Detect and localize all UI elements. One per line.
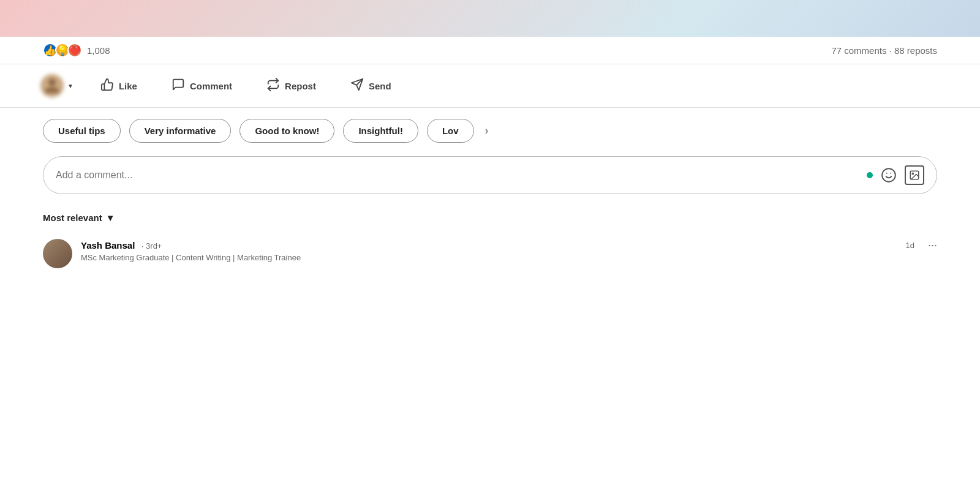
image-button[interactable] <box>905 165 924 185</box>
quick-reaction-insightful[interactable]: Insightful! <box>343 119 418 143</box>
comment-more-button[interactable]: ··· <box>928 239 937 252</box>
action-bar: ▼ Like Comment Repost <box>0 64 980 108</box>
love-reaction-icon: ❤️ <box>67 43 82 58</box>
comment-input[interactable] <box>56 170 861 181</box>
svg-point-6 <box>912 173 913 174</box>
like-icon <box>100 78 114 94</box>
emoji-button[interactable] <box>879 165 899 185</box>
comment-label: Comment <box>190 81 232 91</box>
reactions-right: 77 comments · 88 reposts <box>831 45 937 56</box>
reposts-count[interactable]: 88 reposts <box>894 45 937 56</box>
sort-section: Most relevant ▼ <box>0 206 980 233</box>
commenter-badge: · 3rd+ <box>141 241 162 251</box>
reactions-left: 👍 💡 ❤️ 1,008 <box>43 43 110 58</box>
comment-input-area[interactable] <box>43 156 937 194</box>
comment-info: Yash Bansal · 3rd+ 1d ··· MSc Marketing … <box>81 239 937 262</box>
send-icon <box>350 78 364 94</box>
post-image <box>0 0 980 37</box>
send-button[interactable]: Send <box>333 70 409 102</box>
comment-meta: 1d ··· <box>906 239 937 252</box>
sort-label: Most relevant <box>43 213 102 223</box>
quick-reaction-love[interactable]: Lov <box>427 119 474 143</box>
like-button[interactable]: Like <box>83 70 154 102</box>
comments-count[interactable]: 77 comments <box>831 45 886 56</box>
repost-label: Repost <box>285 81 316 91</box>
reaction-icons: 👍 💡 ❤️ <box>43 43 80 58</box>
user-avatar <box>40 74 64 97</box>
sort-button[interactable]: Most relevant ▼ <box>43 213 115 223</box>
comment-time: 1d <box>906 241 914 250</box>
quick-reactions-more-icon[interactable]: › <box>485 124 489 137</box>
quick-reaction-very-informative[interactable]: Very informative <box>129 119 232 143</box>
svg-point-2 <box>882 168 895 182</box>
reactions-count[interactable]: 1,008 <box>87 45 110 56</box>
sort-chevron-icon: ▼ <box>106 213 115 223</box>
commenter-name[interactable]: Yash Bansal <box>81 240 135 251</box>
commenter-avatar <box>43 239 72 268</box>
commenter-name-row: Yash Bansal · 3rd+ 1d ··· <box>81 239 937 252</box>
comment-item: Yash Bansal · 3rd+ 1d ··· MSc Marketing … <box>0 233 980 274</box>
commenter-identity: Yash Bansal · 3rd+ <box>81 240 162 251</box>
quick-reaction-good-to-know[interactable]: Good to know! <box>239 119 334 143</box>
comment-button[interactable]: Comment <box>154 70 249 102</box>
quick-reaction-useful-tips[interactable]: Useful tips <box>43 119 121 143</box>
online-status-dot <box>867 172 873 178</box>
comment-icon <box>172 78 185 94</box>
repost-icon <box>266 78 280 94</box>
avatar-dropdown[interactable]: ▼ <box>31 67 83 105</box>
avatar-chevron-icon: ▼ <box>67 83 74 89</box>
like-label: Like <box>119 81 137 91</box>
commenter-title: MSc Marketing Graduate | Content Writing… <box>81 253 937 262</box>
avatar-icon <box>43 77 61 94</box>
reactions-bar: 👍 💡 ❤️ 1,008 77 comments · 88 reposts <box>0 37 980 64</box>
send-label: Send <box>369 81 391 91</box>
repost-button[interactable]: Repost <box>249 70 333 102</box>
quick-reactions: Useful tips Very informative Good to kno… <box>0 108 980 154</box>
separator: · <box>889 45 894 56</box>
